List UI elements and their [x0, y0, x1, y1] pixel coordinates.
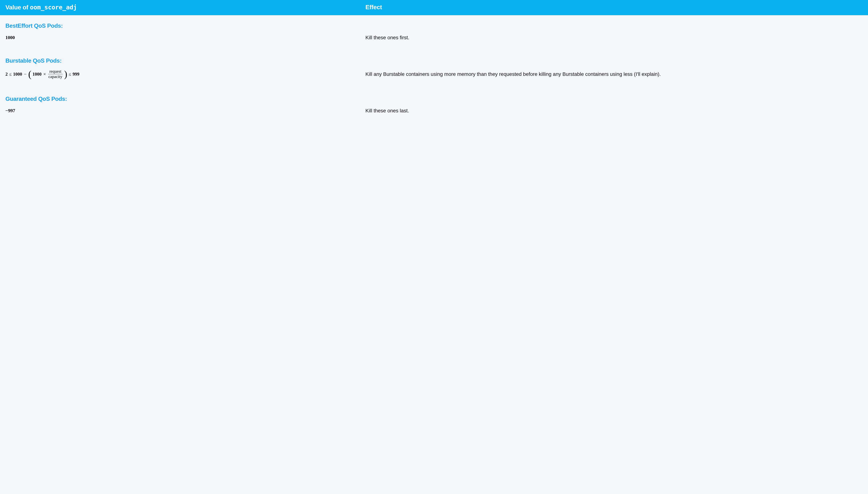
header-value-prefix: Value of	[5, 4, 30, 11]
effect-cell: Kill these ones first.	[366, 34, 863, 41]
section-guaranteed: Guaranteed QoS Pods: −997 Kill these one…	[0, 88, 868, 123]
table-row: −997 Kill these ones last.	[5, 107, 863, 114]
formula-b: 1000	[33, 72, 42, 77]
le-icon: ≤	[9, 72, 12, 77]
formula-lower: 2	[5, 72, 8, 77]
effect-cell: Kill these ones last.	[366, 107, 863, 114]
table-row: 1000 Kill these ones first.	[5, 34, 863, 41]
section-title: BestEffort QoS Pods:	[5, 22, 863, 29]
value-cell: 1000	[5, 35, 366, 40]
effect-cell: Kill any Burstable containers using more…	[366, 71, 863, 78]
section-title: Guaranteed QoS Pods:	[5, 96, 863, 102]
formula-upper: 999	[73, 72, 79, 77]
header-value-code: oom_score_adj	[30, 4, 77, 11]
oom-score-table: Value of oom_score_adj Effect BestEffort…	[0, 0, 868, 123]
minus-icon: −	[23, 72, 27, 77]
table-header-row: Value of oom_score_adj Effect	[0, 0, 868, 15]
fraction-numerator: request	[49, 69, 62, 74]
table-row: 2 ≤ 1000 − ( 1000 × request capacity ) ≤…	[5, 69, 863, 79]
value-cell: −997	[5, 108, 366, 113]
formula: 2 ≤ 1000 − ( 1000 × request capacity ) ≤…	[5, 69, 79, 79]
fraction: request capacity	[48, 69, 63, 79]
formula-a: 1000	[13, 72, 22, 77]
section-besteffort: BestEffort QoS Pods: 1000 Kill these one…	[0, 15, 868, 50]
le-icon: ≤	[68, 72, 72, 77]
header-value-column: Value of oom_score_adj	[5, 4, 366, 11]
section-title: Burstable QoS Pods:	[5, 57, 863, 64]
times-icon: ×	[43, 72, 47, 77]
value-cell: 2 ≤ 1000 − ( 1000 × request capacity ) ≤…	[5, 69, 366, 79]
fraction-denominator: capacity	[48, 74, 63, 79]
section-burstable: Burstable QoS Pods: 2 ≤ 1000 − ( 1000 × …	[0, 50, 868, 88]
header-effect-column: Effect	[366, 4, 863, 11]
